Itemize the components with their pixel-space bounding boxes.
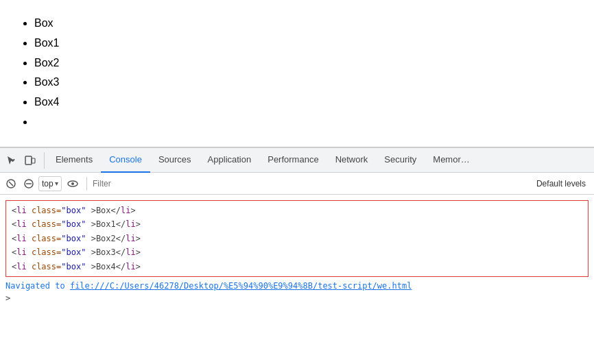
- console-line-4: <li class="box" >Box3</li>: [12, 245, 582, 259]
- context-selector[interactable]: top ▾: [38, 176, 62, 191]
- filter-divider: [86, 177, 87, 191]
- list-item: Box4: [34, 93, 573, 112]
- devtools-tabs: Elements Console Sources Application Per…: [47, 148, 591, 173]
- device-toolbar-button[interactable]: [22, 152, 38, 169]
- console-line-2: <li class="box" >Box1</li>: [12, 217, 582, 231]
- chevron-down-icon: ▾: [55, 180, 58, 187]
- block-requests-button[interactable]: [21, 175, 37, 192]
- list-item: Box3: [34, 73, 573, 93]
- svg-line-4: [9, 182, 13, 186]
- devtools-panel: Elements Console Sources Application Per…: [0, 147, 594, 364]
- console-highlighted-box: <li class="box" >Box</li> <li class="box…: [5, 200, 589, 277]
- console-output: <li class="box" >Box</li> <li class="box…: [0, 195, 594, 364]
- tab-memory[interactable]: Memor…: [425, 148, 477, 173]
- tab-application[interactable]: Application: [200, 148, 260, 173]
- tab-console[interactable]: Console: [101, 148, 150, 173]
- filter-input[interactable]: [90, 179, 531, 189]
- console-line-1: <li class="box" >Box</li>: [12, 204, 582, 217]
- tab-network[interactable]: Network: [327, 148, 377, 173]
- list-item: [34, 112, 573, 132]
- page-list: Box Box1 Box2 Box3 Box4: [21, 14, 573, 132]
- toolbar-icons: [3, 152, 45, 169]
- svg-rect-1: [25, 156, 32, 165]
- list-item: Box: [34, 14, 573, 34]
- tab-security[interactable]: Security: [376, 148, 425, 173]
- tab-elements[interactable]: Elements: [47, 148, 101, 173]
- tab-performance[interactable]: Performance: [259, 148, 326, 173]
- tab-sources[interactable]: Sources: [150, 148, 200, 173]
- inspect-element-button[interactable]: [3, 152, 19, 169]
- customize-console-button[interactable]: [64, 175, 81, 192]
- console-line-3: <li class="box" >Box2</li>: [12, 232, 582, 245]
- context-select-input[interactable]: top: [42, 179, 54, 189]
- console-navigation-line: Navigated to file:///C:/Users/46278/Desk…: [0, 280, 594, 292]
- svg-point-8: [71, 182, 74, 185]
- default-levels-button[interactable]: Default levels: [531, 179, 591, 189]
- clear-console-button[interactable]: [3, 175, 19, 192]
- devtools-toolbar: Elements Console Sources Application Per…: [0, 148, 594, 173]
- console-filter-bar: top ▾ Default levels: [0, 173, 594, 195]
- list-item: Box2: [34, 53, 573, 73]
- console-prompt: >: [0, 292, 594, 304]
- console-line-5: <li class="box" >Box4</li>: [12, 260, 582, 274]
- page-content: Box Box1 Box2 Box3 Box4: [0, 0, 594, 147]
- navigation-url-link[interactable]: file:///C:/Users/46278/Desktop/%E5%94%90…: [70, 281, 412, 291]
- list-item: Box1: [34, 34, 573, 53]
